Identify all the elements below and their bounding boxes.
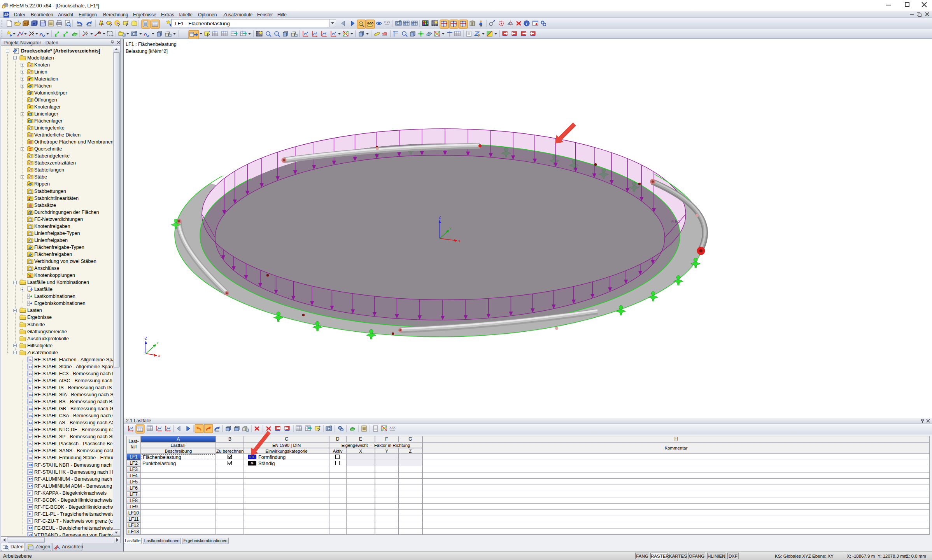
svg-text:EC: EC [29,373,32,375]
svg-text:Y: Y [449,227,452,231]
svg-text:BS: BS [29,401,33,403]
svg-text:X: X [458,239,461,243]
svg-text:+: + [319,425,321,428]
svg-text:VB: VB [29,534,32,537]
svg-text:FL: FL [29,359,32,361]
svg-text:x: x [33,32,34,35]
svg-text:ST: ST [29,366,32,368]
svg-text:6.50: 6.50 [671,219,680,224]
svg-text:X: X [158,354,160,358]
svg-text:BE: BE [29,527,33,530]
svg-text:NBR: NBR [29,464,33,467]
svg-text:K: K [29,492,31,495]
svg-text:EC9: EC9 [29,478,33,481]
svg-text:NTC: NTC [29,429,33,431]
svg-text:X.XX: X.XX [389,426,396,429]
svg-text:FE: FE [29,506,32,509]
svg-text:IS: IS [29,387,32,389]
svg-text:Z: Z [145,336,147,341]
svg-text:EL: EL [29,513,32,516]
svg-text:12: 12 [29,113,32,116]
svg-text:+: + [208,30,210,33]
svg-text:B: B [29,499,31,502]
svg-text:x: x [86,32,88,35]
svg-text:ADM: ADM [29,485,33,488]
svg-text:X.XX: X.XX [367,21,373,24]
svg-text:SP: SP [29,436,32,438]
svg-text:SAN: SAN [29,450,33,452]
svg-text:FD: FD [29,457,32,459]
svg-text:CSA: CSA [29,415,33,417]
svg-text:AS: AS [29,422,33,424]
svg-text:5: 5 [3,5,5,9]
svg-text:C: C [29,520,31,523]
svg-text:GB: GB [29,408,33,410]
svg-text:+: + [127,20,129,23]
svg-text:Z: Z [439,215,441,220]
svg-text:AI: AI [29,380,32,382]
svg-text:HK: HK [29,471,33,474]
svg-text:SIA: SIA [29,394,33,396]
svg-text:X.XX: X.XX [384,21,390,24]
svg-text:4: 4 [4,12,7,17]
svg-text:Y: Y [156,341,159,345]
svg-text:PL: PL [29,443,32,445]
